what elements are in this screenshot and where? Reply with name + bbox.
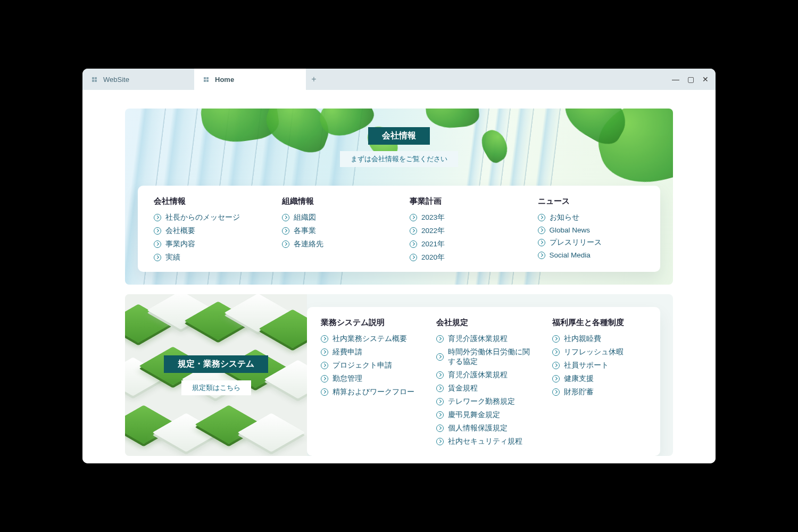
column-heading: 業務システム説明 [321, 318, 415, 328]
arrow-circle-icon [321, 388, 328, 396]
link-achievements[interactable]: 実績 [154, 253, 261, 262]
link-ceo-message[interactable]: 社長からのメッセージ [154, 213, 261, 222]
section2-links-card: 業務システム説明 社内業務システム概要 経費申請 プロジェクト申請 勤怠管理 精… [307, 307, 660, 456]
browser-window: WebSite Home + — ▢ ✕ [82, 69, 716, 463]
arrow-circle-icon [154, 214, 161, 221]
arrow-circle-icon [321, 348, 328, 356]
link-condolence[interactable]: 慶弔見舞金規定 [436, 410, 530, 420]
arrow-circle-icon [410, 254, 417, 261]
regulations-section: 規定・業務システム 規定類はこちら 業務システム説明 社内業務システム概要 経費… [125, 294, 673, 456]
arrow-circle-icon [321, 362, 328, 369]
link-privacy[interactable]: 個人情報保護規定 [436, 423, 530, 433]
viewport: 会社情報 まずは会社情報をご覧ください 会社情報 社長からのメッセージ 会社概要… [82, 90, 716, 463]
new-tab-button[interactable]: + [306, 69, 322, 90]
link-refresh-leave[interactable]: リフレッシュ休暇 [552, 347, 646, 357]
column-news: ニュース お知らせ Global News プレスリリース Social Med… [527, 196, 655, 262]
arrow-circle-icon [154, 240, 161, 248]
arrow-circle-icon [154, 254, 161, 261]
hero-title-badge: 会社情報 [368, 127, 430, 145]
link-notices[interactable]: お知らせ [538, 213, 645, 222]
link-contacts[interactable]: 各連絡先 [282, 239, 389, 249]
link-telework[interactable]: テレワーク勤務規定 [436, 397, 530, 406]
link-social-media[interactable]: Social Media [538, 251, 645, 259]
arrow-circle-icon [282, 214, 289, 221]
column-heading: 事業計画 [410, 196, 517, 206]
link-childcare-2[interactable]: 育児介護休業規程 [436, 370, 530, 380]
link-savings[interactable]: 財形貯蓄 [552, 387, 646, 397]
link-employee-support[interactable]: 社員サポート [552, 361, 646, 370]
section2-image-panel: 規定・業務システム 規定類はこちら [125, 294, 307, 456]
link-global-news[interactable]: Global News [538, 226, 645, 234]
arrow-circle-icon [410, 240, 417, 248]
link-childcare-1[interactable]: 育児介護休業規程 [436, 334, 530, 344]
arrow-circle-icon [410, 214, 417, 221]
link-2023[interactable]: 2023年 [410, 213, 517, 222]
link-2022[interactable]: 2022年 [410, 226, 517, 236]
arrow-circle-icon [538, 227, 545, 234]
tab-label: Home [215, 76, 234, 84]
link-2020[interactable]: 2020年 [410, 253, 517, 262]
link-health-support[interactable]: 健康支援 [552, 374, 646, 384]
link-attendance[interactable]: 勤怠管理 [321, 374, 415, 384]
arrow-circle-icon [282, 240, 289, 248]
arrow-circle-icon [538, 214, 545, 221]
close-button[interactable]: ✕ [701, 75, 710, 84]
link-expense[interactable]: 経費申請 [321, 347, 415, 357]
column-heading: 組織情報 [282, 196, 389, 206]
link-company-overview[interactable]: 会社概要 [154, 226, 261, 236]
column-heading: 会社規定 [436, 318, 530, 328]
column-company-info: 会社情報 社長からのメッセージ 会社概要 事業内容 実績 [143, 196, 271, 262]
grid-icon [92, 77, 98, 82]
arrow-circle-icon [436, 353, 444, 361]
column-org-info: 組織情報 組織図 各事業 各連絡先 [271, 196, 400, 262]
link-project[interactable]: プロジェクト申請 [321, 361, 415, 370]
arrow-circle-icon [321, 335, 328, 343]
maximize-button[interactable]: ▢ [686, 75, 695, 84]
link-system-overview[interactable]: 社内業務システム概要 [321, 334, 415, 344]
arrow-circle-icon [436, 411, 444, 419]
arrow-circle-icon [552, 348, 560, 356]
arrow-circle-icon [552, 375, 560, 383]
arrow-circle-icon [282, 227, 289, 235]
tab-home[interactable]: Home [194, 69, 306, 90]
section2-subtitle[interactable]: 規定類はこちら [181, 380, 251, 395]
hero-links-card: 会社情報 社長からのメッセージ 会社概要 事業内容 実績 組織情報 組織図 各事… [138, 186, 660, 272]
link-social-expense[interactable]: 社内親睦費 [552, 334, 646, 344]
hero-header: 会社情報 まずは会社情報をご覧ください [125, 109, 673, 186]
arrow-circle-icon [538, 239, 545, 246]
link-security[interactable]: 社内セキュリティ規程 [436, 437, 530, 446]
link-business-content[interactable]: 事業内容 [154, 239, 261, 249]
arrow-circle-icon [436, 385, 444, 392]
link-workflow[interactable]: 精算およびワークフロー [321, 387, 415, 397]
grid-icon [204, 77, 210, 82]
link-overtime[interactable]: 時間外労働休日労働に関する協定 [436, 347, 530, 367]
arrow-circle-icon [410, 227, 417, 235]
column-heading: ニュース [538, 196, 645, 206]
section2-title-badge: 規定・業務システム [164, 355, 268, 373]
minimize-button[interactable]: — [671, 75, 680, 84]
arrow-circle-icon [552, 335, 560, 343]
column-business-plan: 事業計画 2023年 2022年 2021年 2020年 [399, 196, 527, 262]
hero-subtitle: まずは会社情報をご覧ください [340, 151, 458, 167]
tab-website[interactable]: WebSite [82, 69, 194, 90]
column-heading: 福利厚生と各種制度 [552, 318, 646, 328]
column-heading: 会社情報 [154, 196, 261, 206]
arrow-circle-icon [552, 362, 560, 369]
arrow-circle-icon [436, 371, 444, 379]
link-2021[interactable]: 2021年 [410, 239, 517, 249]
link-press-release[interactable]: プレスリリース [538, 238, 645, 247]
arrow-circle-icon [436, 398, 444, 405]
tab-label: WebSite [103, 76, 129, 84]
link-org-chart[interactable]: 組織図 [282, 213, 389, 222]
arrow-circle-icon [436, 438, 444, 445]
column-regulations: 会社規定 育児介護休業規程 時間外労働休日労働に関する協定 育児介護休業規程 賃… [426, 318, 541, 446]
window-controls: — ▢ ✕ [671, 69, 710, 90]
arrow-circle-icon [538, 252, 545, 259]
arrow-circle-icon [552, 388, 560, 396]
arrow-circle-icon [321, 375, 328, 383]
arrow-circle-icon [436, 335, 444, 343]
link-each-business[interactable]: 各事業 [282, 226, 389, 236]
column-systems: 業務システム説明 社内業務システム概要 経費申請 プロジェクト申請 勤怠管理 精… [310, 318, 426, 446]
tab-bar: WebSite Home + — ▢ ✕ [82, 69, 716, 90]
link-wage[interactable]: 賃金規程 [436, 384, 530, 393]
